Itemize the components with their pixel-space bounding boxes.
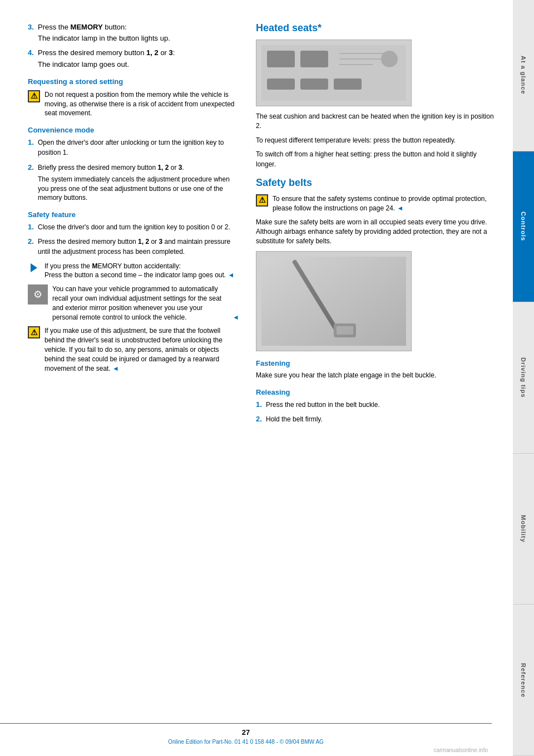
safety-belt-p1: Make sure the safety belts are worn in a…	[256, 218, 496, 247]
arrow-right-icon	[31, 263, 37, 272]
svg-rect-14	[261, 257, 406, 346]
safety-belts-warning-text: To ensure that the safety systems contin…	[273, 194, 496, 213]
warning-icon-2: ⚠	[28, 326, 40, 338]
releasing-step-2-text: Hold the belt firmly.	[266, 415, 323, 423]
page-footer: 27 Online Edition for Part-No. 01 41 0 1…	[0, 723, 492, 745]
return-marker-3: ◄	[112, 365, 119, 372]
right-column: Heated seats*	[256, 22, 496, 429]
side-tabs: At a glance Controls Driving tips Mobili…	[513, 0, 534, 756]
mem-letter: M	[71, 23, 77, 31]
step-4: 4. Press the desired memory button 1, 2 …	[28, 48, 239, 69]
warning2-content: If you make use of this adjustment, be s…	[44, 327, 222, 372]
safety-warning-content: To ensure that the safety systems contin…	[273, 195, 487, 212]
step-4-text: Press the desired memory button 1, 2 or …	[38, 48, 175, 57]
memory-word: MEMORY	[71, 23, 103, 31]
program-icon: ⚙	[28, 284, 48, 305]
return-marker-2: ◄	[233, 313, 239, 322]
svg-point-6	[381, 51, 398, 67]
tab-driving-tips[interactable]: Driving tips	[513, 302, 534, 454]
safety-belts-heading: Safety belts	[256, 177, 496, 189]
heated-p3: To switch off from a higher heat setting…	[256, 150, 496, 169]
heated-p1: The seat cushion and backrest can be hea…	[256, 112, 496, 131]
warning2-text: If you make use of this adjustment, be s…	[44, 326, 239, 373]
seatbelt-svg	[261, 257, 406, 346]
tab-mobility[interactable]: Mobility	[513, 454, 534, 605]
safety-step-1: 1. Close the driver's door and turn the …	[28, 222, 239, 232]
step-3: 3. Press the MEMORY button: The indicato…	[28, 22, 239, 43]
return-marker-1: ◄	[228, 271, 235, 279]
safety-feature-heading: Safety feature	[28, 210, 239, 219]
releasing-step-1-text: Press the red button in the belt buckle.	[266, 401, 380, 409]
step-3-text: Press the MEMORY button:	[38, 23, 127, 31]
left-column: 3. Press the MEMORY button: The indicato…	[28, 22, 239, 429]
page-wrapper: 3. Press the MEMORY button: The indicato…	[0, 0, 534, 756]
releasing-step-2: 2. Hold the belt firmly.	[256, 414, 496, 424]
memory-note-text: If you press the MEMORY button accidenta…	[44, 262, 234, 281]
tab-reference[interactable]: Reference	[513, 605, 534, 756]
warning-icon-3: ⚠	[256, 194, 268, 207]
tab-at-a-glance[interactable]: At a glance	[513, 0, 534, 151]
program-note-box: ⚙ You can have your vehicle programmed t…	[28, 284, 239, 322]
step-4-sub: The indicator lamp goes out.	[38, 60, 239, 70]
requesting-heading: Requesting a stored setting	[28, 77, 239, 86]
svg-rect-1	[267, 51, 295, 67]
conv-step-2-text: Briefly press the desired memory button …	[38, 164, 184, 171]
svg-rect-9	[334, 78, 362, 90]
fastening-text: Make sure you hear the latch plate engag…	[256, 371, 496, 380]
footer-copyright: Online Edition for Part-No. 01 41 0 158 …	[168, 739, 324, 745]
releasing-step-1-num: 1.	[256, 400, 262, 410]
step-4-num: 4.	[28, 48, 34, 58]
seatbelt-image	[256, 251, 412, 351]
conv-step-1-num: 1.	[28, 138, 34, 148]
safety-step-2-num: 2.	[28, 237, 34, 247]
safety-step-2-text: Press the desired memory button 1, 2 or …	[38, 238, 230, 256]
conv-step-2-num: 2.	[28, 163, 34, 173]
conv-step-1-text: Open the driver's door after unlocking o…	[38, 139, 224, 156]
step-3-sub: The indicator lamp in the button lights …	[38, 33, 239, 43]
heated-seats-svg	[261, 45, 406, 101]
memory-note-box: If you press the MEMORY button accidenta…	[28, 262, 239, 281]
svg-rect-8	[300, 78, 328, 90]
conv-step-2-sub: The system immediately cancels the adjus…	[38, 175, 239, 203]
program-note-text: You can have your vehicle programmed to …	[52, 284, 228, 322]
tab-controls[interactable]: Controls	[513, 151, 534, 303]
arrow-note-icon	[28, 262, 40, 274]
releasing-heading: Releasing	[256, 388, 496, 396]
safety-belts-warning-box: ⚠ To ensure that the safety systems cont…	[256, 194, 496, 213]
memory-note-sub: Press the button a second time – the ind…	[44, 271, 226, 279]
safety-step-1-text: Close the driver's door and turn the ign…	[38, 223, 230, 231]
heated-p2: To request different temperature levels:…	[256, 136, 496, 145]
conv-step-1: 1. Open the driver's door after unlockin…	[28, 138, 239, 158]
releasing-step-2-num: 2.	[256, 414, 262, 424]
fastening-heading: Fastening	[256, 359, 496, 367]
return-marker-4: ◄	[397, 204, 404, 212]
conv-step-2: 2. Briefly press the desired memory butt…	[28, 163, 239, 203]
footer-line	[0, 723, 492, 724]
requesting-warning-text: Do not request a position from the memor…	[44, 90, 239, 118]
page-number: 27	[242, 728, 250, 737]
releasing-step-1: 1. Press the red button in the belt buck…	[256, 400, 496, 410]
warning2-box: ⚠ If you make use of this adjustment, be…	[28, 326, 239, 373]
heated-seats-image	[256, 40, 412, 106]
memory-note-main: If you press the MEMORY button accidenta…	[44, 262, 181, 270]
main-content: 3. Press the MEMORY button: The indicato…	[0, 0, 513, 756]
svg-rect-2	[300, 51, 328, 67]
watermark: carmanualsonline.info	[434, 747, 488, 753]
requesting-warning-box: ⚠ Do not request a position from the mem…	[28, 90, 239, 118]
safety-step-1-num: 1.	[28, 222, 34, 232]
warning-icon: ⚠	[28, 90, 40, 102]
two-col-layout: 3. Press the MEMORY button: The indicato…	[28, 22, 496, 429]
heated-seats-heading: Heated seats*	[256, 22, 496, 34]
safety-step-2: 2. Press the desired memory button 1, 2 …	[28, 237, 239, 257]
convenience-heading: Convenience mode	[28, 126, 239, 134]
svg-rect-7	[267, 78, 295, 90]
step-3-num: 3.	[28, 22, 34, 32]
